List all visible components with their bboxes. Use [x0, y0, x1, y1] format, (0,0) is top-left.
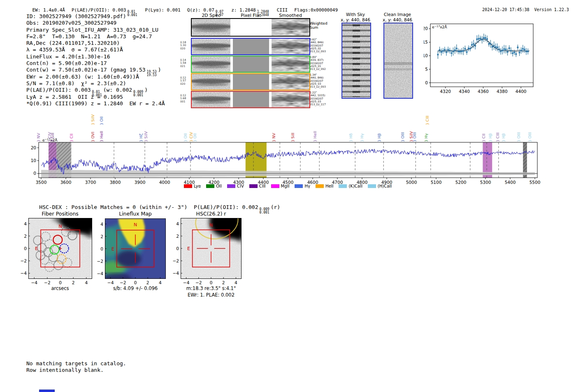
- clean-faint-band: [384, 23, 412, 98]
- info-obs: Obs: 20190207v025_3002527949: [26, 20, 165, 26]
- fiber3-smoothed-image: [272, 74, 309, 90]
- col-header-2dspec: 2D Spec: [188, 13, 234, 18]
- svg-text:10: 10: [31, 158, 36, 163]
- svg-text:4360: 4360: [478, 89, 489, 94]
- fiber1-2dspec-image: [192, 39, 230, 54]
- svg-text:0: 0: [33, 171, 36, 176]
- lineflux-map-title: Lineflux Map: [102, 211, 168, 217]
- col-header-smoothed: Smoothed: [268, 13, 313, 18]
- info-q-ciii: *Q(0.91) CIII(1909) z = 1.2840 EW r = 2.…: [26, 100, 165, 107]
- hsc-r-plot: N E: [181, 218, 242, 279]
- svg-text:3600: 3600: [60, 180, 72, 185]
- legend-swatch: [271, 184, 279, 188]
- legend-swatch: [227, 184, 235, 188]
- info-ftna: F=2.8" T=0.130 N=1.21 A=0.73 g=24.7: [26, 33, 165, 40]
- clean-xy: x, y: 440, 846: [377, 17, 418, 22]
- info-primary-spec: Primary Spec_Slot_IFU_AMP: 313_023_010_L…: [26, 27, 165, 33]
- fiber3-2dspec-image: [192, 74, 230, 90]
- cutout-ytick-label: 0: [169, 246, 179, 251]
- legend-swatch: [316, 184, 324, 188]
- fiber1-smoothed-image: [272, 39, 309, 54]
- cutout-ytick-label: −2: [169, 258, 179, 263]
- fiber2-weights: 0.14 1.58 021: [180, 59, 191, 68]
- cutout-ytick-label: 2: [93, 234, 103, 239]
- fiber-east-label: E: [35, 246, 38, 251]
- z-value: z: 1.28481.28481.2848: [231, 7, 270, 13]
- fiber1-pixelflat-image: [233, 39, 269, 54]
- footer-line-1: No matching targets in catalog.: [26, 360, 126, 367]
- hsc-r-title: HSC(26.2) r: [178, 211, 244, 217]
- spec2d-fiber-row-4: [191, 91, 310, 108]
- legend-swatch: [339, 184, 347, 188]
- cutout-xtick-label: 4: [231, 280, 241, 285]
- cutout-ytick-label: −4: [93, 271, 103, 276]
- cutout-xtick-label: −2: [118, 280, 128, 285]
- fiber4-pixelflat-image: [233, 92, 269, 107]
- cutout-xtick-label: −4: [181, 280, 191, 285]
- spec2d-fiber-row-3: [191, 73, 310, 90]
- svg-text:10: 10: [424, 53, 428, 58]
- hscdex-match-line: HSC-DEX : Possible Matches = 0 (within +…: [26, 198, 280, 220]
- legend-item: CIII: [249, 184, 266, 188]
- lineflux-xlabel: s/b: 4.09 +/- 0.096: [94, 285, 177, 291]
- cutout-xtick-label: −4: [29, 280, 39, 285]
- fiber3-meta: 1.34" (440, 846) 20190207 v025_03 313_LU…: [310, 74, 329, 88]
- footer-notes: No matching targets in catalog. Row inte…: [26, 360, 126, 374]
- svg-text:4320: 4320: [440, 89, 451, 94]
- fiber1-meta: 0.62" (440, 846) 20190207 v025_02 313_LU…: [310, 38, 329, 53]
- svg-text:3800: 3800: [110, 180, 121, 185]
- svg-text:4340: 4340: [459, 89, 470, 94]
- fiber-xlabel: arcsecs: [19, 285, 101, 291]
- spectrum-legend: LyαOIICIVCIIIMgIIHγHeII(K)CaII(H)CaII: [184, 184, 396, 188]
- svg-text:5000: 5000: [406, 180, 417, 185]
- hsc-xlabel: m:18.3 re:3.5" s:4.1": [170, 285, 252, 291]
- footer-line-2: Row intentionally blank.: [26, 367, 126, 373]
- legend-label: CIII: [259, 184, 266, 188]
- legend-item: Lyα: [184, 184, 201, 188]
- svg-text:5400: 5400: [505, 180, 516, 185]
- legend-swatch: [206, 184, 214, 188]
- plae-poii-value: P(LAE)/P(OII): 0.0030.010.001: [72, 7, 139, 13]
- legend-swatch: [184, 184, 192, 188]
- elixer-report-page: EW: 1.4±0.4ÅP(LAE)/P(OII): 0.0030.010.00…: [0, 0, 576, 392]
- fiber2-2dspec-image: [192, 56, 230, 72]
- svg-text:20: 20: [424, 26, 428, 31]
- svg-text:15: 15: [424, 39, 428, 44]
- cutout-ytick-label: 4: [93, 222, 103, 227]
- legend-label: CIV: [237, 184, 244, 188]
- spectral-line-label-CIII: }CIII: [425, 116, 430, 125]
- spec2d-weighted-smoothed-image: [272, 19, 309, 36]
- legend-item: (K)CaII: [339, 184, 362, 188]
- withsky-fiber-trace: [353, 24, 360, 97]
- spectral-line-label-SiIV: }SiIV: [91, 114, 95, 125]
- legend-label: HeII: [325, 184, 334, 188]
- cutout-ytick-label: 4: [169, 221, 179, 226]
- withsky-xy: x, y: 440, 846: [335, 17, 376, 22]
- cutout-xtick-label: −4: [106, 280, 116, 285]
- cutout-ytick-label: 4: [17, 221, 27, 226]
- cutout-ytick-label: −4: [17, 271, 27, 276]
- fiber2-pixelflat-image: [233, 56, 269, 72]
- cutout-xtick-label: 4: [81, 280, 91, 285]
- spec2d-fiber-row-2: [191, 56, 310, 73]
- cutout-ytick-label: −4: [169, 271, 179, 276]
- page-edge-marker: [39, 390, 55, 392]
- cutout-ytick-label: 0: [17, 246, 27, 251]
- legend-item: HeII: [316, 184, 334, 188]
- cutout-ytick-label: 2: [169, 234, 179, 239]
- info-cont-w: Cont(w) = 7.50(±0.02)e-17 (gmag 19.5319.…: [26, 67, 165, 73]
- cutout-xtick-label: 0: [206, 280, 216, 285]
- svg-text:5500: 5500: [530, 180, 540, 185]
- hsc-north-label: N: [209, 223, 213, 228]
- svg-text:4380: 4380: [497, 89, 508, 94]
- legend-item: (H)CaII: [368, 184, 392, 188]
- col-header-pixelflat: Pixel Flat: [228, 13, 274, 18]
- detection-info-block: ID: 3002527949 (3002527949.pdf) Obs: 201…: [26, 13, 165, 107]
- fiber-positions-plot: N E: [28, 218, 92, 279]
- clean-image-panel: [383, 23, 413, 99]
- legend-item: OII: [206, 184, 222, 188]
- info-id: ID: 3002527949 (3002527949.pdf): [26, 13, 165, 20]
- cutout-ytick-label: −2: [93, 259, 103, 264]
- info-lya-oii-z: LyA z = 2.5861 OII z = 0.1695: [26, 94, 165, 100]
- cutout-xtick-label: 4: [155, 280, 165, 285]
